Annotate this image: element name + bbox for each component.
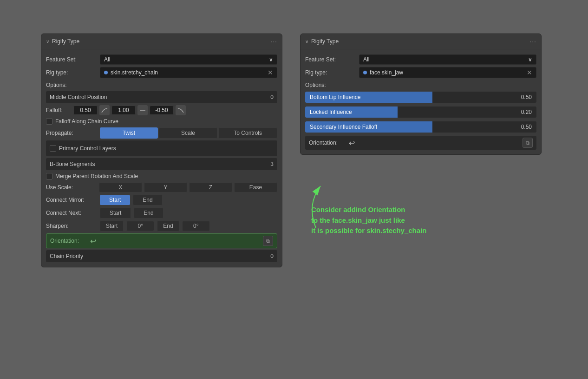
left-panel-header: ∨ Rigify Type ··· [41, 34, 282, 49]
use-scale-row: Use Scale: X Y Z Ease [46, 182, 277, 193]
right-panel: ∨ Rigify Type ··· Feature Set: All ∨ Rig… [300, 33, 542, 155]
falloff-input-3[interactable] [150, 106, 174, 115]
falloff-row: Falloff: [46, 105, 277, 115]
falloff-input-1[interactable] [73, 106, 98, 115]
secondary-falloff-slider: Secondary Influence Falloff [305, 121, 432, 133]
annotation-line3: it is possible for skin.stechy_chain [311, 226, 426, 236]
left-panel: ∨ Rigify Type ··· Feature Set: All ∨ Rig… [41, 33, 282, 267]
rig-type-box[interactable]: skin.stretchy_chain ✕ [100, 67, 277, 78]
annotation-text: Consider addind Orientation to the face.… [311, 205, 426, 236]
orientation-row-left[interactable]: Orientation: ↩ ⧉ [46, 233, 277, 248]
propagate-buttons: Twist Scale To Controls [100, 127, 277, 139]
falloff-input-2[interactable] [111, 106, 136, 115]
right-chevron-down-icon: ∨ [528, 56, 532, 63]
right-panel-menu[interactable]: ··· [529, 38, 536, 45]
propagate-twist-btn[interactable]: Twist [100, 127, 158, 139]
left-panel-body: Feature Set: All ∨ Rig type: skin.stretc… [41, 49, 282, 267]
right-panel-body: Feature Set: All ∨ Rig type: face.skin_j… [301, 49, 541, 154]
chevron-down-icon: ∨ [269, 56, 273, 63]
bottom-lip-value: 0.50 [432, 92, 536, 103]
right-panel-header: ∨ Rigify Type ··· [301, 34, 541, 49]
propagate-scale-btn[interactable]: Scale [159, 127, 218, 139]
use-scale-label: Use Scale: [46, 184, 97, 191]
left-panel-title-group: ∨ Rigify Type [46, 38, 79, 45]
orientation-copy-right[interactable]: ⧉ [523, 138, 533, 148]
rig-type-row: Rig type: skin.stretchy_chain ✕ [46, 67, 277, 78]
sharpen-label: Sharpen: [46, 223, 97, 229]
options-label-left: Options: [46, 80, 277, 89]
bottom-lip-slider: Bottom Lip Influence [305, 92, 432, 103]
right-feature-set-label: Feature Set: [305, 56, 356, 63]
propagate-to-controls-btn[interactable]: To Controls [218, 127, 277, 139]
sharpen-start-input[interactable] [126, 221, 154, 231]
primary-control-checkbox[interactable] [50, 145, 56, 152]
primary-control-row[interactable]: Primary Control Layers [46, 140, 277, 156]
sharpen-start-btn[interactable]: Start [100, 220, 124, 232]
middle-control-row[interactable]: Middle Control Position 0 [46, 91, 277, 103]
secondary-falloff-value: 0.50 [432, 121, 536, 133]
connect-next-end-btn[interactable]: End [134, 207, 163, 219]
merge-checkbox[interactable] [46, 173, 52, 180]
locked-influence-slider: Locked Influence [305, 106, 398, 118]
orientation-row-right[interactable]: Orientation: ↩ ⧉ [305, 136, 536, 150]
falloff-chain-row: Falloff Along Chain Curve [46, 117, 277, 126]
feature-set-select[interactable]: All ∨ [100, 54, 277, 65]
annotation-line1: Consider addind Orientation [311, 205, 426, 215]
secondary-falloff-row[interactable]: Secondary Influence Falloff 0.50 [305, 121, 536, 133]
connect-mirror-label: Connect Mirror: [46, 197, 97, 203]
bottom-lip-row[interactable]: Bottom Lip Influence 0.50 [305, 91, 536, 103]
right-rig-type-box[interactable]: face.skin_jaw ✕ [359, 67, 536, 78]
orientation-icon-left: ↩ [90, 237, 96, 246]
collapse-icon-left[interactable]: ∨ [46, 39, 49, 44]
scale-y-btn[interactable]: Y [144, 182, 187, 193]
feature-set-row: Feature Set: All ∨ [46, 54, 277, 65]
orientation-icon-right: ↩ [349, 139, 355, 147]
connect-next-label: Connect Next: [46, 210, 97, 216]
left-panel-menu[interactable]: ··· [270, 38, 277, 45]
connect-mirror-row: Connect Mirror: Start End [46, 194, 277, 206]
locked-influence-value: 0.20 [398, 106, 536, 118]
sharpen-end-input[interactable] [182, 221, 210, 231]
options-label-right: Options: [305, 80, 536, 89]
connect-mirror-start-btn[interactable]: Start [100, 195, 130, 205]
falloff-curve-icon-1 [99, 105, 110, 115]
right-panel-title-group: ∨ Rigify Type [305, 38, 339, 45]
annotation-line2: to the face.skin_jaw just like [311, 215, 426, 226]
connect-next-start-btn[interactable]: Start [100, 207, 131, 219]
right-panel-title: Rigify Type [311, 38, 339, 45]
bbone-row[interactable]: B-Bone Segments 3 [46, 158, 277, 170]
merge-row: Merge Parent Rotation And Scale [46, 172, 277, 180]
connect-next-row: Connect Next: Start End [46, 207, 277, 219]
chain-priority-row[interactable]: Chain Priority 0 [46, 250, 277, 262]
right-rig-type-clear[interactable]: ✕ [527, 69, 532, 76]
scale-z-btn[interactable]: Z [189, 182, 232, 193]
left-panel-title: Rigify Type [52, 38, 79, 45]
locked-influence-row[interactable]: Locked Influence 0.20 [305, 106, 536, 118]
propagate-row: Propagate: Twist Scale To Controls [46, 127, 277, 139]
sharpen-row: Sharpen: Start End [46, 220, 277, 232]
rig-type-label: Rig type: [46, 69, 97, 76]
feature-set-label: Feature Set: [46, 56, 97, 63]
right-rig-type-label: Rig type: [305, 69, 356, 76]
connect-mirror-end-btn[interactable]: End [133, 194, 162, 206]
falloff-chain-checkbox[interactable] [46, 118, 52, 125]
collapse-icon-right[interactable]: ∨ [305, 39, 308, 44]
falloff-curve-icon-3 [176, 105, 186, 115]
right-rig-type-row: Rig type: face.skin_jaw ✕ [305, 67, 536, 78]
propagate-label: Propagate: [46, 130, 97, 136]
rig-type-clear[interactable]: ✕ [268, 69, 273, 76]
sharpen-end-btn[interactable]: End [157, 220, 179, 232]
right-rig-type-dot [363, 71, 367, 74]
scale-x-btn[interactable]: X [99, 182, 142, 193]
falloff-curve-icon-2 [137, 105, 148, 115]
right-feature-set-row: Feature Set: All ∨ [305, 54, 536, 65]
rig-type-dot [104, 71, 108, 74]
right-feature-set-select[interactable]: All ∨ [359, 54, 536, 65]
